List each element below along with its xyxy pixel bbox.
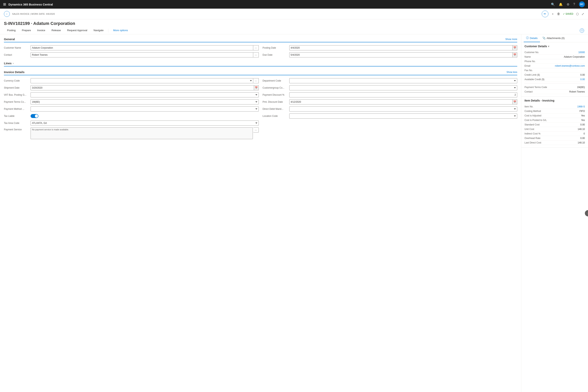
available-credit-value: 0.00: [580, 78, 585, 81]
tab-details[interactable]: ⓘ Details: [524, 34, 540, 42]
department-code-row: Department Code: [263, 78, 518, 84]
general-title: General: [4, 38, 15, 41]
payment-discount-input[interactable]: [289, 92, 518, 98]
payment-service-row: Payment Service No payment service is ma…: [4, 128, 259, 139]
tab-release[interactable]: Release: [48, 27, 64, 34]
vat-bus-select[interactable]: [30, 92, 259, 98]
details-tab-label: Details: [530, 37, 538, 40]
shipment-date-calendar-icon[interactable]: 📅: [254, 85, 259, 90]
contact-row: Contact ···: [4, 52, 259, 58]
notifications-icon[interactable]: 🔔: [559, 2, 563, 6]
payment-terms-row: Payment Terms Co... 1M(8D): [4, 99, 259, 105]
customer-details-row-name: Name Adatum Corporation: [524, 55, 585, 59]
invoice-details-form: Currency Code ··· Department Code Shipme…: [4, 78, 517, 139]
details-tab-icon: ⓘ: [526, 36, 529, 40]
pmt-discount-date-row: Pmt. Discount Date 📅: [263, 99, 518, 105]
general-show-more[interactable]: Show more: [505, 38, 517, 40]
customer-details-title[interactable]: Customer Details ∨: [524, 45, 585, 48]
tab-prepare[interactable]: Prepare: [18, 27, 34, 34]
payment-service-ellipsis-button[interactable]: ···: [253, 128, 259, 132]
customer-no-value[interactable]: 10000: [578, 51, 585, 54]
customer-details-chevron-icon: ∨: [548, 45, 550, 48]
main-content: General Show more Customer Name ··· Post…: [0, 34, 588, 392]
tab-invoice[interactable]: Invoice: [34, 27, 48, 34]
subheader: ← SALES INVOICE | WORK DATE: 4/6/2020 ✏ …: [0, 8, 588, 20]
customer-name-label: Customer Name: [4, 46, 30, 49]
contact-ellipsis-button[interactable]: ···: [253, 52, 259, 58]
open-new-window-icon[interactable]: ⬡: [576, 12, 579, 16]
direct-debit-label: Direct Debit Mand...: [263, 108, 288, 110]
due-date-input[interactable]: [289, 52, 513, 58]
contact-input[interactable]: [30, 52, 253, 58]
back-button[interactable]: ←: [4, 11, 10, 17]
due-date-row: Due Date 📅: [263, 52, 518, 58]
location-code-row: Location Code: [263, 113, 518, 119]
department-code-select[interactable]: [289, 78, 518, 83]
payment-terms-label: Payment Terms Co...: [4, 100, 30, 103]
tab-info-button[interactable]: ⓘ: [580, 28, 584, 33]
item-details-title[interactable]: Item Details - Invoicing: [524, 99, 585, 102]
scroll-right-button[interactable]: ›: [585, 210, 588, 216]
invoice-details-show-less[interactable]: Show less: [506, 71, 517, 74]
currency-code-ellipsis-button[interactable]: ···: [253, 78, 259, 83]
user-avatar[interactable]: BC: [579, 1, 585, 7]
tab-more-options[interactable]: More options: [110, 27, 131, 34]
payment-service-field-group: No payment service is made available. ··…: [30, 128, 259, 139]
payment-method-select[interactable]: [30, 106, 259, 112]
lines-title: Lines: [4, 62, 12, 65]
edit-button[interactable]: ✏: [542, 10, 548, 17]
tax-liable-toggle[interactable]: [30, 114, 38, 118]
delete-button[interactable]: 🗑: [557, 12, 560, 16]
shipment-date-row: Shipment Date 📅: [4, 85, 259, 90]
currency-code-select[interactable]: [30, 78, 253, 83]
currency-code-label: Currency Code: [4, 80, 30, 82]
customer-details-row-phone: Phone No.: [524, 59, 585, 64]
lines-expand-arrow[interactable]: ›: [13, 62, 14, 65]
shipment-date-label: Shipment Date: [4, 86, 30, 89]
customer-details-row-available-credit: Available Credit ($) 0.00: [524, 77, 585, 82]
tax-area-code-label: Tax Area Code: [4, 122, 30, 124]
app-title: Dynamics 365 Business Central: [8, 3, 548, 6]
location-code-label: Location Code: [263, 115, 288, 118]
collapse-icon[interactable]: ⤢: [582, 12, 584, 16]
shipment-date-input[interactable]: [30, 85, 254, 90]
waffle-icon[interactable]: ⊞: [3, 2, 6, 6]
item-details-row-cost-adjusted: Cost is Adjusted Yes: [524, 114, 585, 118]
tab-request-approval[interactable]: Request Approval: [64, 27, 90, 34]
item-details-row-last-direct-cost: Last Direct Cost 148.10: [524, 140, 585, 145]
pmt-discount-date-calendar-icon[interactable]: 📅: [512, 99, 517, 104]
search-icon[interactable]: 🔍: [551, 2, 555, 6]
pmt-discount-date-input[interactable]: [289, 99, 513, 104]
customer-name-field-group: ···: [30, 45, 259, 50]
location-code-select[interactable]: [289, 114, 518, 118]
customergroup-select[interactable]: [289, 85, 518, 90]
tab-navigate[interactable]: Navigate: [90, 27, 106, 34]
due-date-calendar-icon[interactable]: 📅: [512, 52, 517, 58]
contact-field-group: ···: [30, 52, 259, 58]
posting-date-calendar-icon[interactable]: 📅: [512, 45, 517, 50]
customer-payment-terms-value: 1M(8D): [577, 86, 585, 88]
due-date-field-group: 📅: [289, 52, 518, 58]
customer-contact-value: Robert Townes: [569, 90, 585, 93]
overhead-rate-value: 0.00: [580, 137, 585, 140]
item-no-value[interactable]: 1968-S: [577, 105, 585, 108]
customer-name-input[interactable]: [30, 45, 253, 50]
cost-posted-value: Yes: [581, 119, 585, 122]
posting-date-input[interactable]: [289, 45, 513, 50]
tab-attachments[interactable]: 📎 Attachments (0): [540, 34, 567, 42]
payment-service-text: No payment service is made available.: [30, 128, 253, 139]
customer-details-row-customer-no: Customer No. 10000: [524, 50, 585, 55]
help-icon[interactable]: ?: [573, 2, 575, 6]
settings-icon[interactable]: ⚙: [567, 2, 570, 6]
tab-posting[interactable]: Posting: [4, 27, 18, 34]
customer-details-row-credit-limit: Credit Limit ($) 0.00: [524, 73, 585, 77]
direct-debit-select[interactable]: [289, 106, 518, 112]
tax-area-code-select[interactable]: ATLANTA, GA: [30, 120, 259, 126]
customer-email-value[interactable]: robert.townes@contoso.com: [555, 64, 585, 67]
add-button[interactable]: ＋: [551, 12, 554, 16]
currency-code-field-group: ···: [30, 78, 259, 83]
payment-terms-select[interactable]: 1M(8D): [30, 99, 259, 104]
invoice-details-title: Invoice Details: [4, 70, 24, 74]
right-tabs: ⓘ Details 📎 Attachments (0): [521, 34, 588, 42]
customer-name-ellipsis-button[interactable]: ···: [253, 45, 259, 50]
